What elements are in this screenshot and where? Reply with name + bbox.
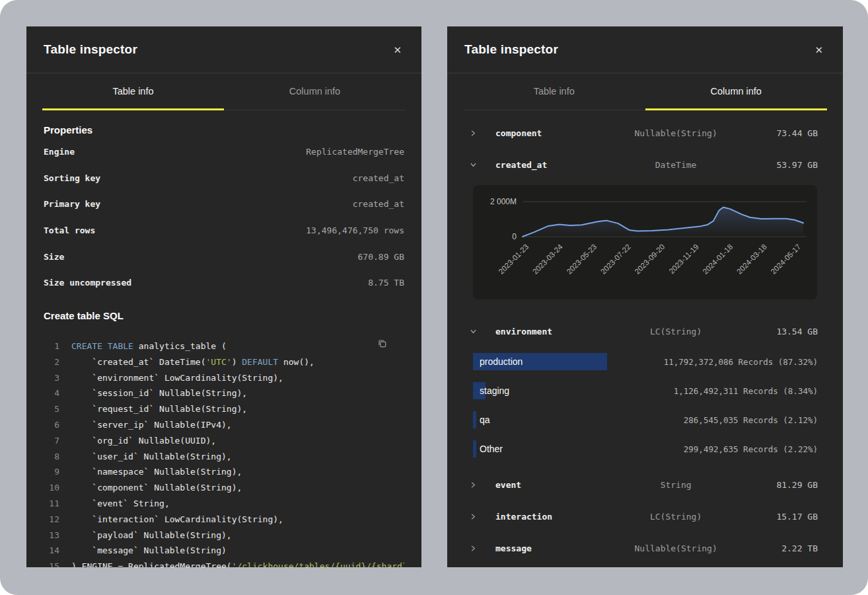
column-row-event[interactable]: eventString81.29 GB — [447, 469, 843, 500]
column-name: component — [482, 128, 613, 138]
table-info-content: Properties EngineReplicatedMergeTreeSort… — [26, 124, 421, 567]
environment-value-bar-group: production — [473, 353, 523, 370]
sql-line-number: 13 — [44, 530, 59, 540]
value-record-count: 299,492,635 Records (2.22%) — [684, 444, 818, 454]
property-row: Size670.89 GB — [44, 243, 404, 270]
value-label: production — [473, 356, 523, 367]
sql-line-code: `interaction` LowCardinality(String), — [71, 514, 283, 524]
column-size: 15.17 GB — [739, 512, 818, 522]
column-name: message — [482, 543, 613, 553]
sql-line: 14 `message` Nullable(String) — [44, 543, 404, 559]
sql-line: 2 `created_at` DateTime('UTC') DEFAULT n… — [44, 354, 404, 370]
tab-bar: Table info Column info — [463, 73, 827, 110]
x-tick-label: 2024-05-17 — [769, 243, 802, 276]
environment-value-bar-group: Other — [473, 440, 503, 457]
property-label: Engine — [44, 147, 75, 157]
chevron-right-icon — [464, 130, 482, 137]
column-row-message[interactable]: messageNullable(String)2.22 TB — [447, 532, 843, 564]
sql-line: 1CREATE TABLE analytics_table ( — [44, 338, 404, 354]
chevron-right-icon — [464, 481, 482, 489]
column-row-component[interactable]: componentNullable(String)73.44 GB — [447, 117, 843, 149]
column-size: 13.54 GB — [739, 327, 818, 337]
sql-line-code: `event` String, — [71, 498, 170, 508]
column-name: interaction — [482, 512, 613, 522]
sql-lines: 1CREATE TABLE analytics_table (2 `create… — [44, 338, 404, 567]
property-label: Total rows — [44, 225, 95, 235]
sql-line: 8 `user_id` Nullable(String), — [44, 448, 404, 464]
column-size: 73.44 GB — [739, 128, 818, 138]
column-row-environment[interactable]: environmentLC(String)13.54 GB — [447, 315, 843, 347]
close-icon[interactable]: ✕ — [390, 42, 404, 58]
panel-title: Table inspector — [44, 42, 137, 57]
sql-line-code: `org_id` Nullable(UUID), — [71, 436, 216, 446]
copy-icon[interactable] — [376, 337, 388, 352]
sql-line-number: 4 — [44, 388, 59, 398]
column-list: componentNullable(String)73.44 GBcreated… — [447, 117, 843, 564]
x-tick-label: 2024-01-18 — [701, 243, 734, 276]
environment-value-row: staging1,126,492,311 Records (8.34%) — [447, 376, 843, 405]
property-row: Size uncompressed8.75 TB — [44, 270, 404, 296]
column-row-created_at[interactable]: created_atDateTime53.97 GB — [447, 149, 843, 180]
column-name: environment — [482, 327, 613, 337]
property-value: created_at — [353, 173, 404, 183]
column-size: 2.22 TB — [739, 543, 818, 553]
value-label: Other — [473, 444, 503, 454]
sql-line: 11 `event` String, — [44, 496, 404, 512]
y-tick-label-zero: 0 — [512, 232, 517, 241]
sql-line: 3 `environment` LowCardinality(String), — [44, 370, 404, 385]
create-table-sql-heading: Create table SQL — [44, 310, 404, 321]
tab-table-info[interactable]: Table info — [463, 73, 645, 110]
column-name: event — [482, 480, 613, 490]
x-tick-label: 2023-01-23 — [497, 243, 530, 276]
sql-line-number: 12 — [44, 514, 59, 524]
close-icon[interactable]: ✕ — [812, 42, 826, 58]
sql-line-number: 7 — [44, 436, 59, 446]
sql-line-code: `request_id` Nullable(String), — [71, 404, 247, 414]
property-value: 670.89 GB — [358, 252, 404, 262]
column-type: LC(String) — [613, 512, 739, 522]
table-inspector-panel-right: Table inspector ✕ Table info Column info… — [447, 26, 843, 567]
value-record-count: 11,792,372,086 Records (87.32%) — [664, 357, 818, 367]
environment-value-bar-group: qa — [473, 411, 490, 428]
property-label: Sorting key — [44, 173, 100, 183]
sql-line: 13 `payload` Nullable(String), — [44, 527, 404, 543]
chevron-down-icon — [464, 161, 482, 169]
property-value: ReplicatedMergeTree — [306, 147, 404, 157]
panel-header: Table inspector ✕ — [447, 26, 843, 73]
chevron-down-icon — [464, 328, 482, 335]
property-row: EngineReplicatedMergeTree — [44, 139, 404, 165]
sql-line-code: `message` Nullable(String) — [71, 545, 227, 555]
table-inspector-panel-left: Table inspector ✕ Table info Column info… — [26, 26, 421, 567]
sql-line-code: `created_at` DateTime('UTC') DEFAULT now… — [71, 357, 314, 367]
sql-line: 9 `namespace` Nullable(String), — [44, 464, 404, 480]
sql-line-number: 6 — [44, 420, 59, 430]
column-type: String — [613, 480, 739, 490]
column-row-interaction[interactable]: interactionLC(String)15.17 GB — [447, 500, 843, 532]
sql-line: 5 `request_id` Nullable(String), — [44, 401, 404, 417]
tab-table-info[interactable]: Table info — [42, 73, 224, 110]
sql-line-number: 14 — [44, 545, 59, 555]
sql-line-code: CREATE TABLE analytics_table ( — [71, 341, 227, 351]
column-type: Nullable(String) — [613, 128, 739, 138]
tab-column-info[interactable]: Column info — [224, 73, 406, 110]
value-record-count: 1,126,492,311 Records (8.34%) — [674, 386, 818, 396]
column-type: LC(String) — [613, 327, 739, 337]
sql-line: 15) ENGINE = ReplicatedMergeTree('/click… — [44, 559, 404, 567]
sql-line-number: 3 — [44, 373, 59, 383]
x-tick-label: 2023-07-22 — [599, 243, 632, 276]
property-value: 8.75 TB — [368, 278, 404, 288]
sql-line: 12 `interaction` LowCardinality(String), — [44, 511, 404, 527]
sql-line-number: 5 — [44, 404, 59, 414]
column-size: 81.29 GB — [739, 480, 818, 490]
chevron-right-icon — [464, 545, 482, 552]
x-tick-label: 2023-09-20 — [633, 243, 666, 276]
sql-line-code: `server_ip` Nullable(IPv4), — [71, 420, 232, 430]
sql-line-number: 11 — [44, 498, 59, 508]
tab-column-info[interactable]: Column info — [645, 73, 828, 110]
sql-line-number: 15 — [44, 561, 59, 567]
x-tick-label: 2024-03-18 — [735, 243, 768, 276]
property-row: Sorting keycreated_at — [44, 165, 404, 192]
sql-line-number: 2 — [44, 357, 59, 367]
modal-backdrop: Table inspector ✕ Table info Column info… — [0, 0, 868, 595]
x-tick-label: 2023-11-19 — [667, 243, 700, 275]
